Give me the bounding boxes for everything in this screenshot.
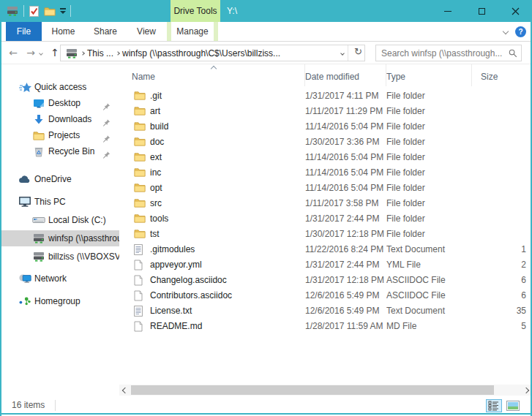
address-bar[interactable]: This ... winfsp (\\passthrough\C$\Users\… [60, 45, 365, 61]
details-view-button[interactable] [486, 399, 502, 412]
sidebar-item-label: Downloads [48, 111, 91, 127]
scrollbar-thumb[interactable] [131, 385, 494, 395]
file-row-src[interactable]: src1/11/2017 3:58 PMFile folder [119, 196, 532, 211]
drive-icon [65, 48, 78, 58]
file-name: tools [119, 211, 305, 227]
sidebar-item-homegroup[interactable]: Homegroup [0, 293, 119, 309]
file-name: Contributors.asciidoc [119, 288, 305, 303]
forward-button[interactable]: → [22, 47, 40, 58]
search-icon[interactable] [509, 49, 517, 60]
sidebar-item-quick-access[interactable]: Quick access [0, 79, 119, 95]
qat-dropdown-icon[interactable] [60, 8, 66, 14]
folder-icon [134, 91, 146, 100]
contextual-group-drive-tools: Drive Tools [171, 0, 220, 22]
file-size: 5 [472, 319, 532, 334]
sidebar-item-local-disk-c[interactable]: Local Disk (C:) [0, 212, 119, 228]
file-row-build[interactable]: build11/14/2016 5:04 PMFile folder [119, 119, 532, 135]
column-header-type[interactable]: Type [386, 64, 472, 86]
text-doc-icon [134, 306, 143, 317]
file-date-modified: 1/30/2017 3:36 PM [305, 135, 386, 150]
window-border-left [0, 22, 1, 416]
file-row-inc[interactable]: inc11/14/2016 5:04 PMFile folder [119, 165, 532, 181]
tab-home[interactable]: Home [42, 22, 85, 41]
file-row-tools[interactable]: tools1/31/2017 2:44 PMFile folder [119, 211, 532, 227]
file-date-modified: 11/14/2016 5:04 PM [305, 150, 386, 165]
sidebar-item-desktop[interactable]: Desktop [0, 95, 119, 111]
column-header-date-modified[interactable]: Date modified [305, 64, 386, 86]
sidebar-item-winfsp-passthrou[interactable]: winfsp (\\passthrou [0, 230, 119, 246]
tab-manage[interactable]: Manage [171, 22, 214, 41]
thumbnail-view-button[interactable] [505, 399, 521, 412]
file-row-opt[interactable]: opt11/14/2016 5:04 PMFile folder [119, 181, 532, 196]
file-type: ASCIIDOC File [386, 273, 472, 288]
file-type: Text Document [386, 242, 472, 257]
network-icon [18, 273, 32, 284]
file-name: opt [119, 181, 305, 196]
file-size [472, 88, 532, 104]
sidebar-item-recycle-bin[interactable]: Recycle Bin [0, 143, 119, 159]
tab-share[interactable]: Share [85, 22, 126, 41]
file-date-modified: 1/31/2017 2:44 PM [305, 211, 386, 227]
this-pc-icon [18, 197, 32, 207]
file-type: File folder [386, 135, 472, 150]
file-row-ext[interactable]: ext11/14/2016 5:04 PMFile folder [119, 150, 532, 165]
horizontal-scrollbar[interactable] [119, 385, 532, 396]
file-type: YML File [386, 257, 472, 273]
sidebar-item-billziss-vboxsvr[interactable]: billziss (\\VBOXSVR) [0, 249, 119, 265]
file-name: src [119, 196, 305, 211]
file-row-appveyor-yml[interactable]: appveyor.yml1/31/2017 2:44 PMYML File2 [119, 257, 532, 273]
file-row-changelog-asciidoc[interactable]: Changelog.asciidoc1/31/2017 12:18 PMASCI… [119, 273, 532, 288]
column-header-size[interactable]: Size [472, 64, 532, 86]
file-type: File folder [386, 227, 472, 242]
sidebar-item-this-pc[interactable]: This PC [0, 194, 119, 210]
file-icon [134, 321, 143, 332]
tab-view[interactable]: View [126, 22, 167, 41]
breadcrumb-root[interactable]: This ... [84, 48, 116, 58]
breadcrumb-path[interactable]: winfsp (\\passthrough\C$\Users\billziss.… [119, 48, 283, 58]
file-row-license-txt[interactable]: License.txt12/6/2016 5:49 PMText Documen… [119, 303, 532, 319]
file-row-git[interactable]: .git1/31/2017 4:11 PMFile folder [119, 88, 532, 104]
file-date-modified: 11/14/2016 5:04 PM [305, 181, 386, 196]
folder-icon [134, 167, 146, 177]
search-box [375, 45, 522, 61]
file-row-art[interactable]: art1/11/2017 11:29 PMFile folder [119, 104, 532, 119]
ribbon-tab-row: FileHomeShareViewManage ? [0, 22, 532, 42]
file-name: inc [119, 165, 305, 181]
file-row-gitmodules[interactable]: .gitmodules11/22/2016 8:24 PMText Docume… [119, 242, 532, 257]
sidebar-item-onedrive[interactable]: OneDrive [0, 171, 119, 187]
back-button[interactable]: ← [4, 47, 22, 58]
text-doc-icon [134, 244, 143, 255]
maximize-button[interactable] [465, 0, 498, 22]
file-row-doc[interactable]: doc1/30/2017 3:36 PMFile folder [119, 135, 532, 150]
sidebar-item-downloads[interactable]: Downloads [0, 111, 119, 127]
column-header-name[interactable]: Name [119, 64, 305, 86]
search-input[interactable] [376, 45, 502, 61]
file-row-readme-md[interactable]: README.md1/28/2017 11:59 AMMD File5 [119, 319, 532, 334]
navigation-bar: ← → ↑ This ... winfsp (\\passthrough\C$\… [0, 42, 532, 64]
help-button[interactable]: ? [515, 26, 526, 37]
minimize-button[interactable] [431, 0, 465, 22]
network-drive-icon [31, 233, 46, 243]
sidebar-item-projects[interactable]: Projects [0, 127, 119, 143]
file-icon [134, 260, 143, 271]
file-row-contributors-asciidoc[interactable]: Contributors.asciidoc12/6/2016 5:49 PMAS… [119, 288, 532, 303]
scroll-left-button[interactable] [119, 385, 131, 396]
file-size: 35 [472, 303, 532, 319]
sidebar-item-network[interactable]: Network [0, 271, 119, 287]
file-size [472, 227, 532, 242]
properties-check-icon[interactable] [29, 5, 40, 18]
file-row-tst[interactable]: tst1/30/2017 12:18 PMFile folder [119, 227, 532, 242]
tab-file[interactable]: File [6, 22, 42, 41]
close-button[interactable] [498, 0, 532, 22]
refresh-button[interactable]: ↻ [354, 46, 362, 57]
new-folder-icon[interactable] [44, 7, 56, 16]
file-size: 6 [472, 288, 532, 303]
file-size [472, 196, 532, 211]
ribbon-expand-chevron-icon[interactable] [503, 29, 509, 34]
sidebar-item-label: Quick access [34, 79, 86, 95]
address-dropdown-chevron-icon[interactable] [340, 51, 345, 56]
sidebar-item-label: Homegroup [34, 293, 80, 309]
file-type: ASCIIDOC File [386, 288, 472, 303]
recent-locations-chevron-icon[interactable] [39, 51, 43, 56]
sidebar-item-label: winfsp (\\passthrou [48, 230, 119, 246]
